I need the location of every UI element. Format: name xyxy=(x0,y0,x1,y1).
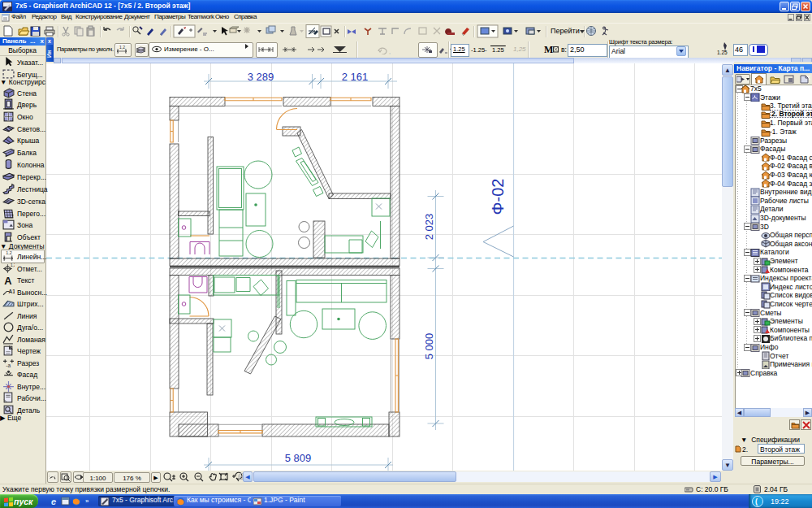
svg-text:1,2: 1,2 xyxy=(6,250,11,255)
svg-text::: : xyxy=(49,473,50,478)
svg-text:2 023: 2 023 xyxy=(423,214,435,241)
svg-text:e: e xyxy=(51,497,56,506)
svg-text:1,2: 1,2 xyxy=(11,263,15,267)
svg-text:(: ( xyxy=(755,497,758,506)
svg-text:»: » xyxy=(85,497,89,505)
svg-text:5 809: 5 809 xyxy=(285,452,312,464)
svg-text:A1: A1 xyxy=(9,288,15,293)
svg-text:1,2: 1,2 xyxy=(119,45,125,50)
svg-text:5 000: 5 000 xyxy=(423,333,435,360)
svg-text:,: , xyxy=(389,48,391,54)
svg-text:A: A xyxy=(4,275,11,285)
svg-text:2 161: 2 161 xyxy=(342,71,369,83)
svg-text:-a: -a xyxy=(6,362,11,367)
svg-text:Φ-02: Φ-02 xyxy=(489,179,507,215)
svg-text:3 289: 3 289 xyxy=(248,71,274,83)
